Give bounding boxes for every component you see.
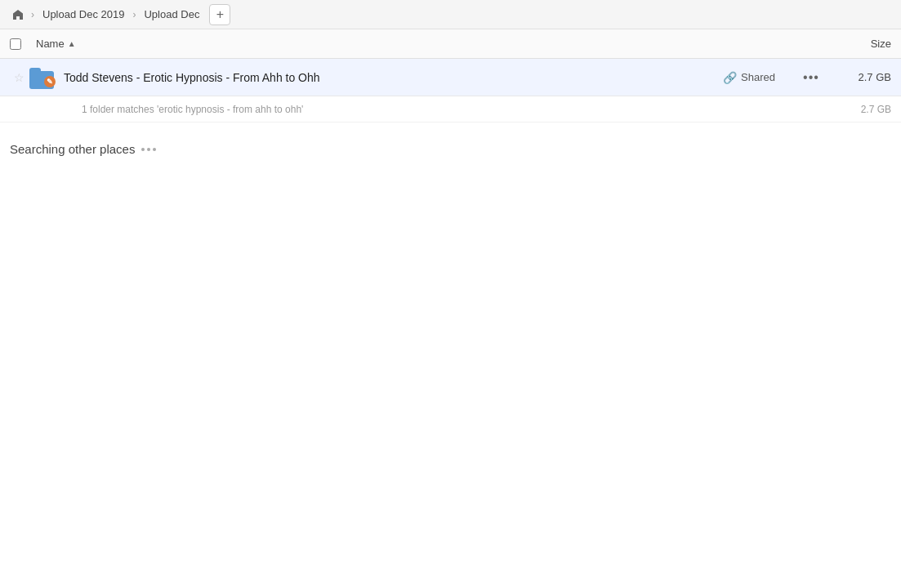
folder-badge-icon: ✎ (47, 78, 53, 86)
more-dots-icon: ••• (803, 70, 819, 85)
column-header-row: Name ▲ Size (0, 29, 901, 59)
dot-1 (141, 148, 145, 151)
add-tab-button[interactable]: + (209, 4, 230, 25)
size-column-header[interactable]: Size (826, 38, 891, 50)
match-info-row: 1 folder matches 'erotic hypnosis - from… (0, 96, 901, 122)
star-icon: ☆ (14, 71, 25, 84)
more-options-button[interactable]: ••• (796, 70, 826, 85)
home-button[interactable] (7, 3, 29, 26)
breadcrumb-separator-1: › (31, 9, 34, 20)
folder-body: ✎ (29, 71, 54, 89)
breadcrumb-item-2[interactable]: Upload Dec (137, 3, 206, 26)
select-all-checkbox[interactable] (10, 38, 21, 50)
breadcrumb-separator-2: › (132, 9, 136, 20)
folder-icon: ✎ (29, 65, 56, 91)
searching-other-places-row: Searching other places (0, 122, 901, 163)
folder-badge: ✎ (44, 76, 56, 87)
loading-indicator (141, 148, 156, 151)
breadcrumb-bar: › Upload Dec 2019 › Upload Dec + (0, 0, 901, 29)
shared-label: Shared (741, 71, 775, 83)
breadcrumb-item-1[interactable]: Upload Dec 2019 (36, 3, 131, 26)
star-button[interactable]: ☆ (10, 71, 28, 84)
file-size: 2.7 GB (826, 71, 891, 83)
file-row[interactable]: ☆ ✎ Todd Stevens - Erotic Hypnosis - Fro… (0, 59, 901, 96)
searching-label: Searching other places (10, 142, 135, 156)
match-info-text: 1 folder matches 'erotic hypnosis - from… (82, 104, 826, 115)
sort-arrow-icon: ▲ (68, 39, 76, 48)
dot-3 (153, 148, 156, 151)
match-info-size: 2.7 GB (826, 104, 891, 115)
folder-icon-col: ✎ (28, 65, 57, 91)
name-column-header[interactable]: Name ▲ (36, 38, 826, 50)
name-column-label: Name (36, 38, 65, 50)
select-all-checkbox-col[interactable] (10, 38, 36, 50)
file-name[interactable]: Todd Stevens - Erotic Hypnosis - From Ah… (57, 71, 723, 84)
link-icon: 🔗 (723, 71, 737, 84)
shared-status: 🔗 Shared (723, 71, 796, 84)
dot-2 (147, 148, 150, 151)
